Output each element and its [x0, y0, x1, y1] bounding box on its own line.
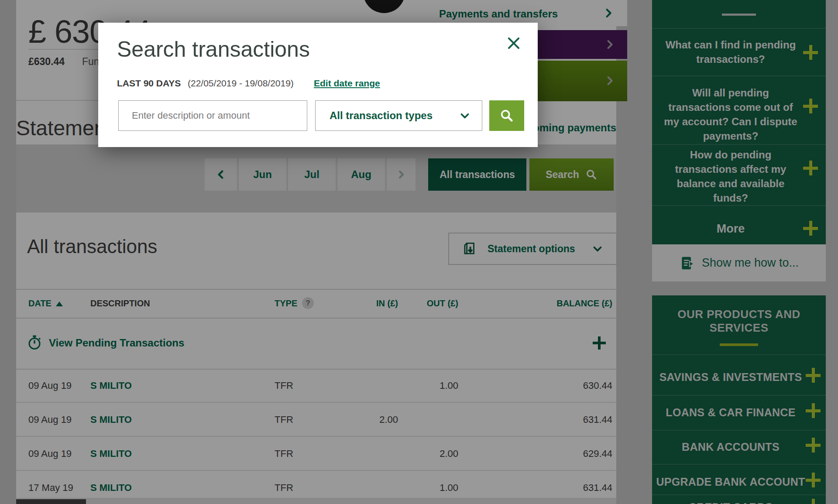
date-range-value: (22/05/2019 - 19/08/2019): [188, 78, 294, 89]
search-transactions-modal: Search transactions LAST 90 DAYS (22/05/…: [98, 23, 538, 147]
modal-title: Search transactions: [117, 37, 310, 62]
transaction-type-select[interactable]: All transaction types: [315, 100, 482, 131]
edit-date-range-link[interactable]: Edit date range: [314, 78, 380, 89]
chevron-down-icon: [459, 110, 471, 121]
date-range-label: LAST 90 DAYS: [117, 78, 181, 89]
banking-page: £ 630.44 £630.44 Funds available Payment…: [0, 0, 838, 504]
search-icon: [499, 108, 514, 123]
close-icon[interactable]: [505, 35, 522, 51]
search-description-input[interactable]: [118, 100, 307, 131]
transaction-type-value: All transaction types: [330, 110, 433, 122]
modal-search-button[interactable]: [489, 100, 524, 131]
